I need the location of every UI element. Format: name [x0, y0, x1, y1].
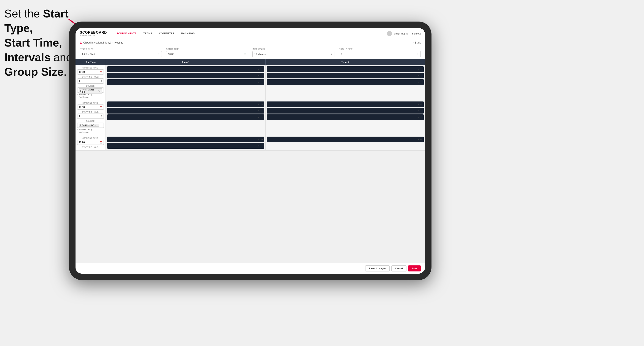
course-tag-icon-1: ⊞: [80, 90, 82, 92]
player-x-2-t2-3[interactable]: ×: [418, 116, 419, 119]
player-x-1-t1-2[interactable]: ×: [258, 75, 259, 77]
tee-settings-3: STARTING TIME: 10:20 ⏰ STARTING HOLE:: [76, 135, 106, 150]
course-tag-clear-2[interactable]: …: [96, 124, 98, 126]
player-x-3-t2-1[interactable]: ×: [418, 138, 419, 141]
group-size-chevron: ▼: [417, 53, 419, 55]
player-row-1-t2-1: × ⋯: [267, 66, 424, 72]
intervals-chevron: ▼: [330, 53, 332, 55]
nav-links: TOURNAMENTS TEAMS COMMITTEE RANKINGS: [114, 28, 387, 39]
group-row-1: STARTING TIME: 10:00 ⏰ STARTING HOLE: 1 …: [76, 65, 425, 100]
start-type-group: Start Type 1st Tee Start ▼: [80, 48, 162, 57]
course-tag-clear-1[interactable]: …: [99, 90, 101, 92]
player-dots-2-t2-1[interactable]: ⋯: [420, 103, 422, 106]
player-dots-2-t2-3[interactable]: ⋯: [420, 116, 422, 119]
starting-time-val-1: 10:00: [79, 71, 85, 73]
nav-link-tournaments[interactable]: TOURNAMENTS: [114, 28, 140, 39]
player-x-3-t1-2[interactable]: ×: [258, 145, 259, 147]
starting-hole-val-2: 1: [79, 115, 80, 117]
group-row-2: STARTING TIME: 10:10 ⏰ STARTING HOLE: 1 …: [76, 100, 425, 135]
table-header: Tee Time Team 1 Team 2: [76, 59, 425, 65]
player-row-2-t1-3: × ⋯: [107, 114, 264, 120]
player-dots-1-t2-3[interactable]: ⋯: [420, 81, 422, 83]
player-x-2-t2-1[interactable]: ×: [418, 103, 419, 106]
player-dots-1-t1-3[interactable]: ⋯: [260, 81, 263, 83]
team2-col-1: × ⋯ × ⋯ × ⋯: [265, 65, 425, 100]
player-row-2-t2-3: × ⋯: [267, 114, 424, 120]
player-dots-2-t1-3[interactable]: ⋯: [260, 116, 263, 119]
player-dots-3-t2-1[interactable]: ⋯: [420, 138, 422, 141]
group-size-select[interactable]: 3 ▼: [339, 51, 421, 57]
player-row-2-t2-1: × ⋯: [267, 101, 424, 107]
course-input-2[interactable]: ⊞ East Lake GC × …: [77, 123, 104, 128]
main-content: STARTING TIME: 10:00 ⏰ STARTING HOLE: 1 …: [76, 65, 425, 263]
course-label-1: COURSE:: [77, 85, 104, 87]
start-time-chevron: 🕐: [244, 53, 246, 55]
course-tag-remove-1[interactable]: ×: [98, 90, 99, 92]
remove-group-2[interactable]: ○ Remove Group: [77, 129, 104, 131]
remove-icon-1: ○: [77, 94, 78, 96]
course-tag-remove-2[interactable]: ×: [94, 124, 96, 126]
tablet-screen: SCOREBOARD Powered by clipp.io TOURNAMEN…: [76, 28, 425, 274]
player-x-2-t1-1[interactable]: ×: [258, 103, 259, 106]
player-dots-1-t1-2[interactable]: ⋯: [260, 75, 263, 77]
player-row-1-t1-2: × ⋯: [107, 73, 264, 78]
player-dots-1-t2-1[interactable]: ⋯: [420, 68, 422, 70]
start-time-group: Start Time 10:00 🕐: [166, 48, 248, 57]
remove-group-1[interactable]: ○ Remove Group: [77, 94, 104, 96]
team1-col-2: × ⋯ × ⋯ × ⋯: [106, 100, 265, 135]
player-row-2-t1-1: × ⋯: [107, 101, 264, 107]
save-button[interactable]: Save: [408, 265, 421, 271]
player-x-2-t2-2[interactable]: ×: [418, 110, 419, 112]
starting-time-val-2: 10:10: [79, 106, 85, 108]
action-links-2: ○ Remove Group + Add Group: [77, 129, 104, 133]
reset-changes-button[interactable]: Reset Changes: [365, 265, 390, 271]
player-dots-3-t1-2[interactable]: ⋯: [260, 145, 263, 147]
starting-hole-label-1: STARTING HOLE:: [77, 76, 104, 78]
player-row-1-t2-3: × ⋯: [267, 79, 424, 85]
player-dots-1-t2-2[interactable]: ⋯: [420, 75, 422, 77]
starting-time-input-1[interactable]: 10:00 ⏰: [77, 69, 104, 75]
course-input-1[interactable]: ⊞ (A) Peachtree GC × …: [77, 87, 104, 93]
breadcrumb-tournament[interactable]: Clippd Invitational (May): [83, 41, 111, 44]
player-x-1-t1-1[interactable]: ×: [258, 68, 259, 70]
starting-time-input-2[interactable]: 10:10 ⏰: [77, 105, 104, 110]
player-x-1-t2-2[interactable]: ×: [418, 75, 419, 77]
player-x-2-t1-2[interactable]: ×: [258, 110, 259, 112]
starting-time-label-1: STARTING TIME:: [77, 67, 104, 69]
starting-hole-stepper-1[interactable]: 1 ▲▼: [77, 78, 104, 84]
clock-icon-3: ⏰: [100, 141, 102, 144]
start-time-select[interactable]: 10:00 🕐: [166, 51, 248, 57]
intervals-select[interactable]: 10 Minutes ▼: [252, 51, 334, 57]
player-dots-1-t1-1[interactable]: ⋯: [260, 68, 263, 70]
player-x-2-t1-3[interactable]: ×: [258, 116, 259, 119]
start-type-select[interactable]: 1st Tee Start ▼: [80, 51, 162, 57]
course-tag-name-2: East Lake GC: [82, 124, 94, 126]
annotation-bold-intervals: Intervals: [4, 51, 50, 64]
player-dots-2-t2-2[interactable]: ⋯: [420, 110, 422, 112]
add-group-1[interactable]: + Add Group: [77, 96, 104, 98]
back-button[interactable]: < Back: [413, 41, 421, 44]
starting-time-input-3[interactable]: 10:20 ⏰: [77, 140, 104, 145]
player-x-3-t1-1[interactable]: ×: [258, 138, 259, 141]
add-group-2[interactable]: + Add Group: [77, 131, 104, 133]
logo-text: SCOREBOARD: [80, 31, 107, 34]
start-time-value: 10:00: [168, 53, 174, 55]
user-email: blair@clipp.io: [394, 32, 408, 35]
nav-link-rankings[interactable]: RANKINGS: [178, 28, 198, 39]
nav-link-teams[interactable]: TEAMS: [140, 28, 156, 39]
sign-out-link[interactable]: Sign out: [412, 32, 421, 35]
tee-settings-2: STARTING TIME: 10:10 ⏰ STARTING HOLE: 1 …: [76, 100, 106, 135]
player-dots-2-t1-2[interactable]: ⋯: [260, 110, 263, 112]
player-x-1-t2-3[interactable]: ×: [418, 81, 419, 83]
player-x-1-t2-1[interactable]: ×: [418, 68, 419, 70]
nav-link-committee[interactable]: COMMITTEE: [156, 28, 178, 39]
player-dots-3-t1-1[interactable]: ⋯: [260, 138, 263, 141]
team2-col-2: × ⋯ × ⋯ × ⋯: [265, 100, 425, 135]
settings-bar: Start Type 1st Tee Start ▼ Start Time 10…: [76, 46, 425, 59]
logo-sub: Powered by clipp.io: [80, 34, 107, 36]
cancel-button[interactable]: Cancel: [391, 265, 406, 271]
starting-hole-val-1: 1: [79, 80, 80, 82]
starting-hole-stepper-2[interactable]: 1 ▲▼: [77, 114, 104, 119]
player-dots-2-t1-1[interactable]: ⋯: [260, 103, 263, 106]
player-x-1-t1-3[interactable]: ×: [258, 81, 259, 83]
